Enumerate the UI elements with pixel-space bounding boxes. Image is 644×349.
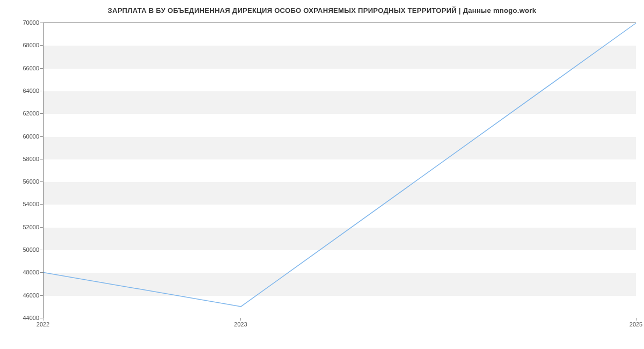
y-tick-mark	[40, 295, 43, 296]
y-tick-label: 68000	[7, 42, 39, 48]
y-tick-mark	[40, 204, 43, 205]
y-tick-mark	[40, 68, 43, 69]
y-tick-mark	[40, 91, 43, 91]
y-tick-label: 50000	[7, 246, 39, 253]
y-tick-label: 70000	[7, 19, 39, 26]
y-tick-label: 60000	[7, 133, 39, 140]
y-tick-label: 62000	[7, 110, 39, 117]
y-tick-mark	[40, 136, 43, 137]
y-tick-mark	[40, 227, 43, 228]
y-tick-label: 48000	[7, 269, 39, 275]
y-tick-label: 66000	[7, 65, 39, 71]
y-tick-mark	[40, 181, 43, 182]
x-tick-mark	[240, 318, 241, 321]
y-tick-mark	[40, 250, 43, 250]
y-tick-mark	[40, 272, 43, 273]
y-tick-label: 58000	[7, 156, 39, 162]
chart-title: ЗАРПЛАТА В БУ ОБЪЕДИНЕННАЯ ДИРЕКЦИЯ ОСОБ…	[0, 0, 644, 14]
chart-container: 4400046000480005000052000540005600058000…	[43, 23, 636, 318]
y-tick-label: 54000	[7, 201, 39, 207]
x-tick-label: 2023	[234, 321, 247, 328]
y-tick-label: 56000	[7, 178, 39, 185]
x-tick-label: 2025	[630, 321, 642, 328]
y-tick-mark	[40, 23, 43, 23]
y-tick-label: 52000	[7, 224, 39, 230]
y-tick-label: 44000	[7, 315, 39, 321]
y-tick-mark	[40, 113, 43, 114]
y-tick-label: 64000	[7, 88, 39, 94]
line-chart-svg	[43, 23, 636, 318]
y-tick-mark	[40, 45, 43, 46]
x-tick-label: 2022	[36, 321, 49, 328]
data-line	[43, 23, 636, 307]
y-tick-mark	[40, 159, 43, 159]
y-tick-label: 46000	[7, 292, 39, 299]
plot-area	[43, 23, 636, 318]
x-tick-mark	[43, 318, 43, 321]
x-tick-mark	[636, 318, 636, 321]
